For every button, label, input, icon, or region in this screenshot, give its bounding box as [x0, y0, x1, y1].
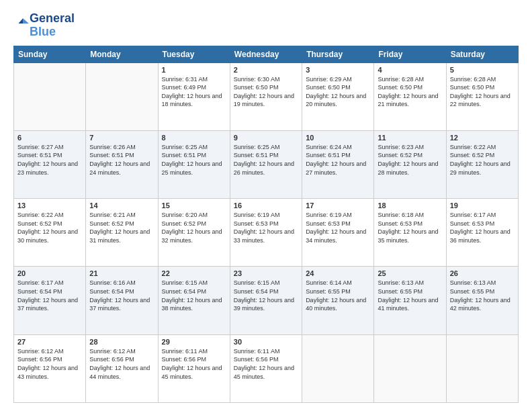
- day-info: Sunrise: 6:12 AM Sunset: 6:56 PM Dayligh…: [89, 347, 154, 381]
- day-info: Sunrise: 6:25 AM Sunset: 6:51 PM Dayligh…: [234, 143, 298, 177]
- calendar-cell: 24Sunrise: 6:14 AM Sunset: 6:55 PM Dayli…: [302, 267, 374, 334]
- calendar-cell: [86, 62, 158, 130]
- day-info: Sunrise: 6:22 AM Sunset: 6:52 PM Dayligh…: [17, 211, 82, 244]
- calendar-cell: 29Sunrise: 6:11 AM Sunset: 6:56 PM Dayli…: [158, 334, 230, 402]
- day-info: Sunrise: 6:27 AM Sunset: 6:51 PM Dayligh…: [17, 143, 82, 177]
- col-header-tuesday: Tuesday: [158, 46, 230, 62]
- svg-marker-0: [23, 18, 29, 24]
- day-number: 28: [89, 338, 154, 346]
- calendar-cell: 23Sunrise: 6:15 AM Sunset: 6:54 PM Dayli…: [230, 267, 302, 334]
- day-number: 25: [378, 269, 442, 277]
- day-info: Sunrise: 6:25 AM Sunset: 6:51 PM Dayligh…: [162, 143, 226, 177]
- logo-text: General Blue: [30, 12, 75, 39]
- calendar-cell: [374, 334, 446, 402]
- day-info: Sunrise: 6:18 AM Sunset: 6:53 PM Dayligh…: [378, 211, 442, 244]
- calendar-cell: 14Sunrise: 6:21 AM Sunset: 6:52 PM Dayli…: [86, 199, 158, 267]
- calendar-cell: 28Sunrise: 6:12 AM Sunset: 6:56 PM Dayli…: [86, 334, 158, 402]
- day-number: 27: [17, 338, 82, 346]
- day-info: Sunrise: 6:24 AM Sunset: 6:51 PM Dayligh…: [306, 143, 370, 177]
- day-info: Sunrise: 6:26 AM Sunset: 6:51 PM Dayligh…: [89, 143, 154, 177]
- calendar-table: SundayMondayTuesdayWednesdayThursdayFrid…: [13, 46, 519, 403]
- day-info: Sunrise: 6:30 AM Sunset: 6:50 PM Dayligh…: [234, 75, 298, 109]
- day-info: Sunrise: 6:15 AM Sunset: 6:54 PM Dayligh…: [162, 279, 226, 312]
- calendar-cell: 22Sunrise: 6:15 AM Sunset: 6:54 PM Dayli…: [158, 267, 230, 334]
- calendar-cell: 5Sunrise: 6:28 AM Sunset: 6:50 PM Daylig…: [446, 62, 518, 130]
- calendar-cell: 27Sunrise: 6:12 AM Sunset: 6:56 PM Dayli…: [14, 334, 86, 402]
- calendar-cell: 6Sunrise: 6:27 AM Sunset: 6:51 PM Daylig…: [14, 130, 86, 198]
- day-number: 15: [162, 201, 226, 210]
- day-number: 17: [306, 201, 370, 210]
- calendar-cell: 4Sunrise: 6:28 AM Sunset: 6:50 PM Daylig…: [374, 62, 446, 130]
- calendar-cell: 18Sunrise: 6:18 AM Sunset: 6:53 PM Dayli…: [374, 199, 446, 267]
- day-info: Sunrise: 6:13 AM Sunset: 6:55 PM Dayligh…: [450, 279, 515, 312]
- day-number: 20: [17, 269, 82, 277]
- calendar-cell: 21Sunrise: 6:16 AM Sunset: 6:54 PM Dayli…: [86, 267, 158, 334]
- calendar-cell: 15Sunrise: 6:20 AM Sunset: 6:52 PM Dayli…: [158, 199, 230, 267]
- day-info: Sunrise: 6:28 AM Sunset: 6:50 PM Dayligh…: [450, 75, 515, 109]
- day-number: 10: [306, 134, 370, 142]
- day-info: Sunrise: 6:20 AM Sunset: 6:52 PM Dayligh…: [162, 211, 226, 244]
- calendar-cell: [446, 334, 518, 402]
- logo-icon: [15, 17, 30, 32]
- day-number: 6: [17, 134, 82, 142]
- day-info: Sunrise: 6:17 AM Sunset: 6:53 PM Dayligh…: [450, 211, 515, 244]
- calendar-cell: 10Sunrise: 6:24 AM Sunset: 6:51 PM Dayli…: [302, 130, 374, 198]
- calendar-cell: 20Sunrise: 6:17 AM Sunset: 6:54 PM Dayli…: [14, 267, 86, 334]
- day-info: Sunrise: 6:11 AM Sunset: 6:56 PM Dayligh…: [234, 347, 298, 381]
- day-info: Sunrise: 6:21 AM Sunset: 6:52 PM Dayligh…: [89, 211, 154, 244]
- day-info: Sunrise: 6:11 AM Sunset: 6:56 PM Dayligh…: [162, 347, 226, 381]
- day-info: Sunrise: 6:19 AM Sunset: 6:53 PM Dayligh…: [234, 211, 298, 244]
- day-info: Sunrise: 6:14 AM Sunset: 6:55 PM Dayligh…: [306, 279, 370, 312]
- day-number: 2: [234, 66, 298, 74]
- day-number: 7: [89, 134, 154, 142]
- calendar-cell: 19Sunrise: 6:17 AM Sunset: 6:53 PM Dayli…: [446, 199, 518, 267]
- day-number: 13: [17, 201, 82, 210]
- col-header-sunday: Sunday: [14, 46, 86, 62]
- col-header-thursday: Thursday: [302, 46, 374, 62]
- day-number: 5: [450, 66, 515, 74]
- day-info: Sunrise: 6:16 AM Sunset: 6:54 PM Dayligh…: [89, 279, 154, 312]
- calendar-cell: 30Sunrise: 6:11 AM Sunset: 6:56 PM Dayli…: [230, 334, 302, 402]
- day-info: Sunrise: 6:12 AM Sunset: 6:56 PM Dayligh…: [17, 347, 82, 381]
- calendar-cell: 26Sunrise: 6:13 AM Sunset: 6:55 PM Dayli…: [446, 267, 518, 334]
- day-number: 26: [450, 269, 515, 277]
- logo: General Blue: [13, 12, 75, 39]
- calendar-cell: 2Sunrise: 6:30 AM Sunset: 6:50 PM Daylig…: [230, 62, 302, 130]
- header: General Blue: [13, 12, 519, 39]
- day-number: 19: [450, 201, 515, 210]
- day-info: Sunrise: 6:22 AM Sunset: 6:52 PM Dayligh…: [450, 143, 515, 177]
- day-info: Sunrise: 6:28 AM Sunset: 6:50 PM Dayligh…: [378, 75, 442, 109]
- day-number: 9: [234, 134, 298, 142]
- day-number: 11: [378, 134, 442, 142]
- calendar-cell: 9Sunrise: 6:25 AM Sunset: 6:51 PM Daylig…: [230, 130, 302, 198]
- calendar-cell: 8Sunrise: 6:25 AM Sunset: 6:51 PM Daylig…: [158, 130, 230, 198]
- day-info: Sunrise: 6:13 AM Sunset: 6:55 PM Dayligh…: [378, 279, 442, 312]
- calendar-cell: 17Sunrise: 6:19 AM Sunset: 6:53 PM Dayli…: [302, 199, 374, 267]
- calendar-cell: [14, 62, 86, 130]
- day-info: Sunrise: 6:17 AM Sunset: 6:54 PM Dayligh…: [17, 279, 82, 312]
- col-header-saturday: Saturday: [446, 46, 518, 62]
- svg-marker-1: [19, 18, 24, 24]
- day-number: 21: [89, 269, 154, 277]
- day-info: Sunrise: 6:23 AM Sunset: 6:52 PM Dayligh…: [378, 143, 442, 177]
- col-header-friday: Friday: [374, 46, 446, 62]
- day-info: Sunrise: 6:31 AM Sunset: 6:49 PM Dayligh…: [162, 75, 226, 109]
- day-number: 3: [306, 66, 370, 74]
- day-number: 22: [162, 269, 226, 277]
- day-number: 14: [89, 201, 154, 210]
- calendar-cell: 12Sunrise: 6:22 AM Sunset: 6:52 PM Dayli…: [446, 130, 518, 198]
- day-number: 4: [378, 66, 442, 74]
- day-number: 30: [234, 338, 298, 346]
- page: General Blue SundayMondayTuesdayWednesda…: [0, 0, 532, 411]
- col-header-wednesday: Wednesday: [230, 46, 302, 62]
- calendar-cell: 16Sunrise: 6:19 AM Sunset: 6:53 PM Dayli…: [230, 199, 302, 267]
- calendar-cell: 3Sunrise: 6:29 AM Sunset: 6:50 PM Daylig…: [302, 62, 374, 130]
- day-number: 12: [450, 134, 515, 142]
- calendar-cell: 7Sunrise: 6:26 AM Sunset: 6:51 PM Daylig…: [86, 130, 158, 198]
- day-info: Sunrise: 6:19 AM Sunset: 6:53 PM Dayligh…: [306, 211, 370, 244]
- day-number: 8: [162, 134, 226, 142]
- day-number: 23: [234, 269, 298, 277]
- day-number: 18: [378, 201, 442, 210]
- day-info: Sunrise: 6:15 AM Sunset: 6:54 PM Dayligh…: [234, 279, 298, 312]
- calendar-cell: 11Sunrise: 6:23 AM Sunset: 6:52 PM Dayli…: [374, 130, 446, 198]
